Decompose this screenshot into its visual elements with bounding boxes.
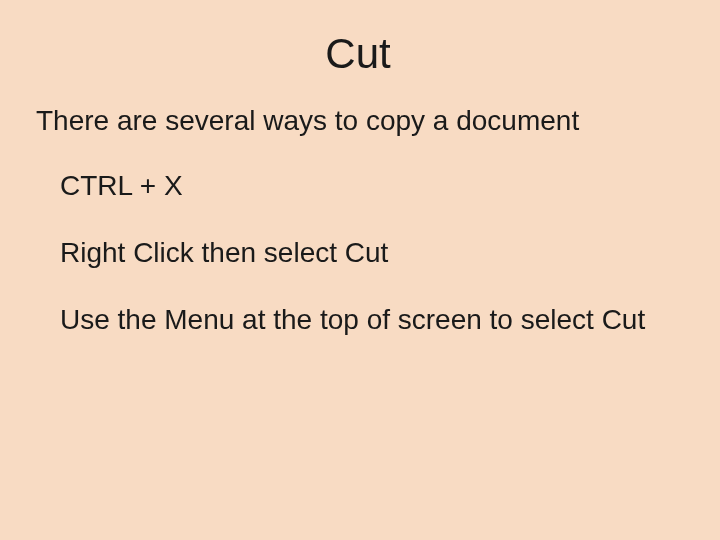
list-item: CTRL + X [36,168,680,203]
slide-subtitle: There are several ways to copy a documen… [36,104,680,138]
list-item: Right Click then select Cut [36,235,680,270]
list-item: Use the Menu at the top of screen to sel… [36,302,680,337]
slide-title: Cut [36,30,680,78]
